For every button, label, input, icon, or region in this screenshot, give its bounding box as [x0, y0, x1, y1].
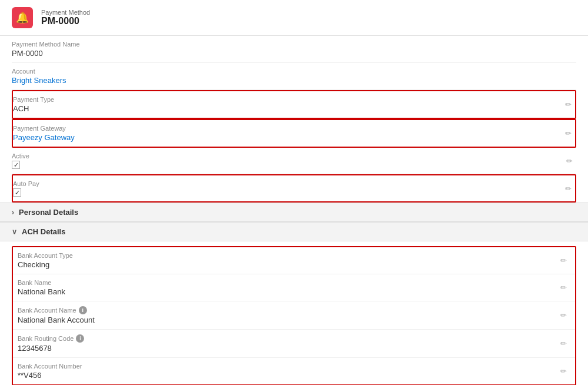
auto-pay-row: Auto Pay ✓ ✏ [12, 174, 576, 203]
payment-type-label: Payment Type [13, 96, 562, 103]
ach-details-content: Bank Account Type Checking ✏ Bank Name N… [0, 246, 588, 385]
bank-name-label: Bank Name [18, 279, 557, 286]
main-content: Payment Method Name PM-0000 Account Brig… [0, 36, 588, 385]
auto-pay-field: Auto Pay ✓ [13, 180, 562, 197]
account-row: Account Bright Sneakers [12, 63, 576, 90]
active-field: Active ✓ [12, 152, 563, 169]
payment-gateway-field: Payment Gateway Payeezy Gateway [13, 125, 562, 142]
bank-routing-code-value: 12345678 [18, 344, 557, 353]
bank-account-number-row: Bank Account Number **V456 ✏ [13, 358, 575, 384]
bank-routing-code-edit-icon[interactable]: ✏ [557, 337, 570, 350]
account-field: Account Bright Sneakers [12, 68, 576, 85]
bank-account-type-row: Bank Account Type Checking ✏ [13, 247, 575, 274]
bank-account-name-edit-icon[interactable]: ✏ [557, 308, 570, 322]
bank-name-row: Bank Name National Bank ✏ [13, 274, 575, 301]
bank-routing-code-label: Bank Routing Code i [18, 334, 557, 343]
active-checkbox-wrap: ✓ [12, 161, 563, 169]
header-title-group: Payment Method PM-0000 [41, 9, 90, 26]
ach-details-section-header[interactable]: ∨ ACH Details [0, 222, 588, 241]
auto-pay-checkbox-wrap: ✓ [13, 188, 562, 197]
personal-details-section[interactable]: › Personal Details [0, 203, 588, 222]
bank-account-name-label: Bank Account Name i [18, 306, 557, 314]
active-checkmark: ✓ [14, 161, 19, 169]
bank-account-name-field: Bank Account Name i National Bank Accoun… [18, 306, 557, 324]
bell-icon: 🔔 [16, 11, 29, 24]
active-row: Active ✓ ✏ [12, 148, 576, 174]
auto-pay-edit-icon[interactable]: ✏ [562, 182, 575, 195]
payment-gateway-row: Payment Gateway Payeezy Gateway ✏ [12, 119, 576, 148]
bank-routing-code-info-icon[interactable]: i [76, 334, 84, 343]
main-section: Payment Method Name PM-0000 Account Brig… [0, 36, 588, 203]
ach-details-label: ACH Details [22, 227, 65, 236]
payment-gateway-label: Payment Gateway [13, 125, 562, 132]
bank-account-name-label-text: Bank Account Name [18, 307, 76, 314]
bank-name-edit-icon[interactable]: ✏ [557, 281, 570, 294]
account-value[interactable]: Bright Sneakers [12, 76, 576, 85]
payment-type-field: Payment Type ACH [13, 96, 562, 113]
bank-account-number-label: Bank Account Number [18, 363, 557, 370]
header-subtitle: Payment Method [41, 9, 90, 16]
payment-method-name-value: PM-0000 [12, 49, 576, 58]
payment-method-name-field: Payment Method Name PM-0000 [12, 41, 576, 58]
payment-gateway-edit-icon[interactable]: ✏ [562, 127, 575, 140]
bank-name-value: National Bank [18, 287, 557, 296]
ach-details-chevron-down-icon: ∨ [12, 228, 17, 236]
header-icon: 🔔 [12, 7, 33, 28]
payment-method-name-label: Payment Method Name [12, 41, 576, 48]
auto-pay-label: Auto Pay [13, 180, 562, 187]
bank-routing-code-row: Bank Routing Code i 12345678 ✏ [13, 330, 575, 358]
active-label: Active [12, 152, 563, 160]
auto-pay-checkmark: ✓ [15, 189, 20, 197]
payment-method-name-row: Payment Method Name PM-0000 [12, 36, 576, 63]
bank-account-number-field: Bank Account Number **V456 [18, 363, 557, 380]
bank-account-number-value: **V456 [18, 371, 557, 380]
bank-account-type-value: Checking [18, 260, 557, 269]
bank-routing-code-label-text: Bank Routing Code [18, 335, 74, 342]
account-label: Account [12, 68, 576, 75]
personal-details-label: Personal Details [19, 208, 78, 217]
payment-gateway-value[interactable]: Payeezy Gateway [13, 133, 562, 142]
page-header: 🔔 Payment Method PM-0000 [0, 0, 588, 36]
personal-details-chevron-right-icon: › [12, 208, 14, 217]
payment-type-row: Payment Type ACH ✏ [12, 90, 576, 119]
bank-name-field: Bank Name National Bank [18, 279, 557, 296]
auto-pay-checkbox[interactable]: ✓ [13, 188, 21, 197]
bank-account-type-edit-icon[interactable]: ✏ [557, 254, 570, 267]
bank-account-name-info-icon[interactable]: i [79, 306, 87, 314]
active-checkbox[interactable]: ✓ [12, 161, 20, 169]
bank-account-name-value: National Bank Account [18, 316, 557, 324]
payment-type-value: ACH [13, 104, 562, 113]
active-edit-icon[interactable]: ✏ [563, 154, 576, 168]
bank-account-type-field: Bank Account Type Checking [18, 252, 557, 269]
bank-routing-code-field: Bank Routing Code i 12345678 [18, 334, 557, 353]
bank-account-type-label: Bank Account Type [18, 252, 557, 259]
bank-account-name-row: Bank Account Name i National Bank Accoun… [13, 301, 575, 330]
ach-details-group: Bank Account Type Checking ✏ Bank Name N… [12, 246, 576, 385]
bank-account-number-edit-icon[interactable]: ✏ [557, 364, 570, 378]
header-title: PM-0000 [41, 16, 90, 26]
payment-type-edit-icon[interactable]: ✏ [562, 98, 575, 111]
